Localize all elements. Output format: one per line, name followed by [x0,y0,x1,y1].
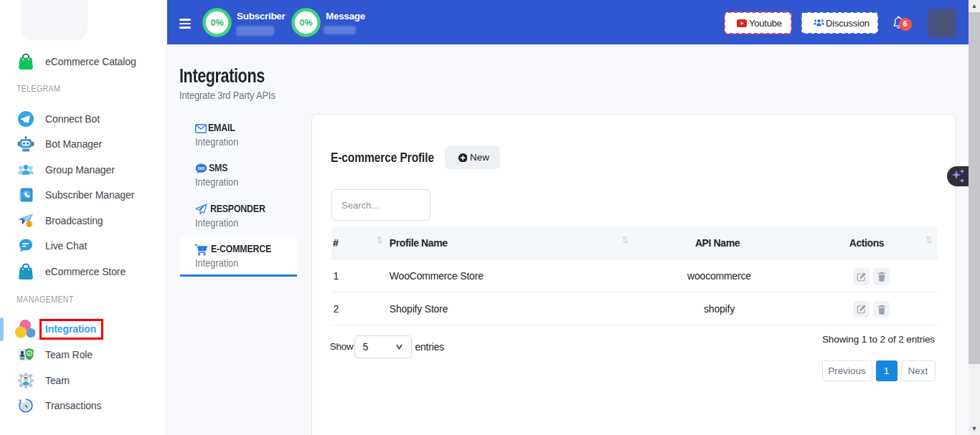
svg-text:0%: 0% [210,18,223,28]
svg-text:1: 1 [27,221,30,226]
svg-text:0%: 0% [299,18,312,28]
svg-text:SMS: SMS [198,167,205,171]
